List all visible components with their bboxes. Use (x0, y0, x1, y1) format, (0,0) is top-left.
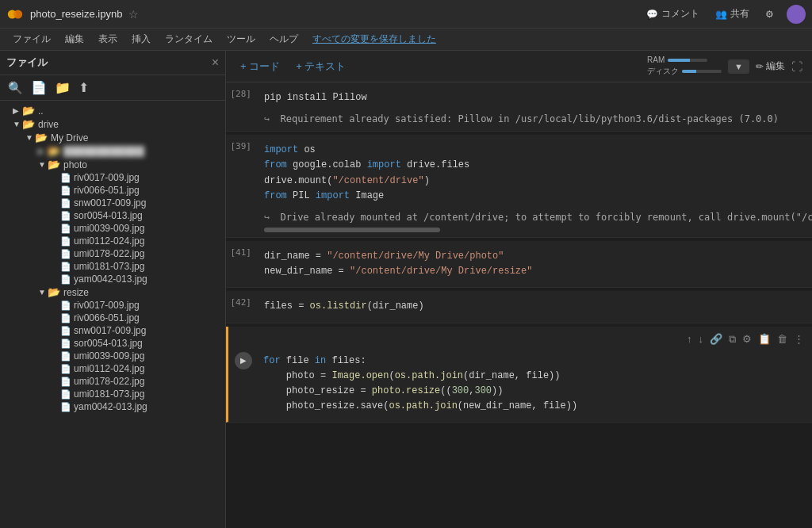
list-item[interactable]: 📄umi0178-022.jpg (0, 247, 225, 260)
list-item[interactable]: 📄riv0066-051.jpg (0, 184, 225, 197)
sidebar-close-button[interactable]: × (212, 55, 219, 70)
tree-arrow-blurred: ▶ (38, 147, 48, 155)
tree-arrow-drive: ▼ (13, 120, 22, 128)
tree-label: umi0112-024.jpg (74, 235, 144, 247)
tree-label: snw0017-009.jpg (74, 325, 146, 336)
cell-code-active[interactable]: for file in files: photo = Image.open(os… (257, 350, 812, 418)
tree-arrow-photo: ▼ (38, 160, 48, 169)
star-icon[interactable]: ☆ (128, 8, 139, 21)
tree-item-blurred[interactable]: ▶ 📂 ████████████ (0, 144, 225, 158)
list-item[interactable]: 📄sor0054-013.jpg (0, 209, 225, 222)
tree-item-resize[interactable]: ▼ 📂 resize (0, 285, 225, 299)
delete-icon[interactable]: 🗑 (776, 331, 789, 346)
add-code-button[interactable]: + コード (236, 58, 285, 75)
tree-label: snw0017-009.jpg (74, 197, 146, 209)
settings-button[interactable]: ⚙ (762, 7, 777, 21)
tree-label: umi0181-073.jpg (74, 261, 144, 272)
folder-icon-drive: 📂 (22, 118, 35, 130)
connect-button[interactable]: ▼ (728, 59, 749, 74)
copy-cell-icon[interactable]: ⧉ (727, 331, 737, 347)
list-item[interactable]: 📄snw0017-009.jpg (0, 197, 225, 209)
sidebar-new-folder-icon[interactable]: 📁 (53, 78, 72, 97)
sidebar-upload-icon[interactable]: ⬆ (77, 78, 90, 97)
tree-label: umi0178-022.jpg (74, 376, 144, 387)
folder-icon-mydrive: 📂 (35, 132, 48, 143)
list-item[interactable]: 📄yam0042-013.jpg (0, 400, 225, 413)
tree-label: sor0054-013.jpg (74, 338, 143, 349)
tree-label-photo: photo (63, 159, 87, 170)
avatar (787, 5, 806, 24)
comment-button[interactable]: 💬 コメント (643, 6, 703, 22)
tree-label: riv0066-051.jpg (74, 312, 140, 323)
move-down-icon[interactable]: ↓ (697, 331, 706, 346)
cell-code-28[interactable]: pip install Pillow (258, 87, 812, 109)
list-item[interactable]: 📄umi0181-073.jpg (0, 260, 225, 273)
output-icon-28: ↪ (264, 113, 270, 124)
run-cell-button[interactable]: ▶ (235, 352, 252, 369)
tree-arrow-dotdot: ▶ (13, 106, 22, 115)
move-up-icon[interactable]: ↑ (685, 331, 694, 346)
tree-item-mydrive[interactable]: ▼ 📂 My Drive (0, 131, 225, 144)
cell-output-28: ↪ Requirement already satisfied: Pillow … (226, 110, 812, 128)
tree-label: riv0066-051.jpg (74, 185, 140, 196)
cell-number-39: [39] (226, 138, 258, 151)
file-icon: 📄 (60, 351, 71, 362)
menu-help[interactable]: ヘルプ (263, 31, 304, 48)
list-item[interactable]: 📄umi0039-009.jpg (0, 350, 225, 362)
list-item[interactable]: 📄riv0066-051.jpg (0, 312, 225, 324)
menu-edit[interactable]: 編集 (59, 31, 90, 48)
list-item[interactable]: 📄riv0017-009.jpg (0, 171, 225, 184)
copy-icon[interactable]: 📋 (756, 331, 772, 346)
cell-number-28: [28] (226, 86, 258, 99)
sidebar-search-icon[interactable]: 🔍 (6, 79, 25, 97)
cell-settings-icon[interactable]: ⚙ (741, 331, 753, 346)
cell-41: [41] dir_name = "/content/drive/My Drive… (226, 241, 812, 288)
cell-code-42[interactable]: files = os.listdir(dir_name) (258, 296, 812, 317)
list-item[interactable]: 📄umi0178-022.jpg (0, 375, 225, 388)
menu-insert[interactable]: 挿入 (125, 31, 157, 48)
expand-icon[interactable]: ⛶ (791, 60, 802, 73)
list-item[interactable]: 📄yam0042-013.jpg (0, 273, 225, 285)
list-item[interactable]: 📄snw0017-009.jpg (0, 324, 225, 337)
svg-point-1 (13, 10, 22, 18)
link-icon[interactable]: 🔗 (708, 331, 724, 346)
sidebar: ファイル × 🔍 📄 📁 ⬆ ▶ 📂 .. ▼ 📂 drive (0, 51, 226, 528)
file-icon: 📄 (60, 300, 71, 311)
list-item[interactable]: 📄umi0112-024.jpg (0, 235, 225, 247)
list-item[interactable]: 📄umi0112-024.jpg (0, 362, 225, 375)
tree-label-resize: resize (63, 287, 89, 298)
add-text-button[interactable]: + テキスト (291, 58, 350, 75)
tree-item-photo[interactable]: ▼ 📂 photo (0, 158, 225, 171)
tree-item-dotdot[interactable]: ▶ 📂 .. (0, 104, 225, 117)
list-item[interactable]: 📄umi0181-073.jpg (0, 388, 225, 400)
list-item[interactable]: 📄umi0039-009.jpg (0, 222, 225, 235)
menu-tools[interactable]: ツール (220, 31, 262, 48)
notebook-title: photo_reseize.ipynb (30, 8, 122, 20)
disk-label: ディスク (647, 66, 679, 77)
file-icon: 📄 (60, 198, 71, 209)
menu-view[interactable]: 表示 (92, 31, 124, 48)
cell-content-41: dir_name = "/content/drive/My Drive/phot… (258, 244, 812, 284)
share-button[interactable]: 👥 共有 (712, 6, 753, 22)
scroll-bar-39[interactable] (264, 228, 440, 232)
file-icon: 📄 (60, 377, 71, 387)
tree-label: riv0017-009.jpg (74, 172, 140, 183)
list-item[interactable]: 📄riv0017-009.jpg (0, 299, 225, 312)
folder-icon-resize: 📂 (48, 286, 60, 298)
tree-label: umi0039-009.jpg (74, 350, 144, 362)
list-item[interactable]: 📄sor0054-013.jpg (0, 337, 225, 350)
menu-file[interactable]: ファイル (6, 31, 57, 48)
cell-code-39[interactable]: import os from google.colab import drive… (258, 140, 812, 207)
file-icon: 📄 (60, 236, 71, 247)
menu-runtime[interactable]: ランタイム (159, 31, 219, 48)
cell-number-42: [42] (226, 294, 258, 308)
more-icon[interactable]: ⋮ (792, 331, 806, 346)
comment-icon: 💬 (646, 9, 658, 20)
tree-label: yam0042-013.jpg (74, 401, 147, 412)
cell-code-41[interactable]: dir_name = "/content/drive/My Drive/phot… (258, 246, 812, 282)
edit-button[interactable]: ✏ 編集 (756, 59, 785, 73)
file-icon: 📄 (60, 274, 71, 285)
sidebar-new-file-icon[interactable]: 📄 (29, 78, 48, 97)
tree-item-drive[interactable]: ▼ 📂 drive (0, 117, 225, 131)
file-icon: 📄 (60, 249, 71, 259)
